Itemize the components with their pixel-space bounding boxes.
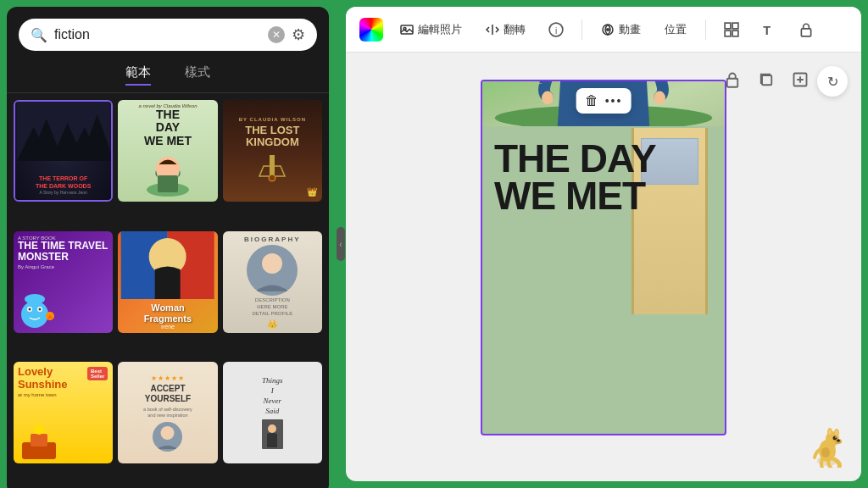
svg-point-28 xyxy=(268,424,276,433)
svg-point-14 xyxy=(29,308,31,310)
svg-point-15 xyxy=(39,308,42,310)
position-button[interactable]: 位置 xyxy=(658,18,693,42)
refresh-button[interactable]: ↻ xyxy=(817,66,848,97)
svg-text:T: T xyxy=(763,23,771,36)
text-icon-button[interactable]: T xyxy=(755,16,782,43)
grid-icon-button[interactable] xyxy=(718,16,745,43)
svg-rect-29 xyxy=(401,25,413,34)
panel-collapse-handle[interactable]: ‹ xyxy=(336,0,346,488)
template-things-never-said[interactable]: ThingsINeverSaid xyxy=(223,362,322,463)
right-panel: 編輯照片 翻轉 i 動畫 位置 xyxy=(346,7,861,481)
floating-toolbar: 🗑 ••• xyxy=(576,88,632,114)
template-tabs: 範本 樣式 xyxy=(7,59,329,93)
color-wheel-icon[interactable] xyxy=(359,18,383,42)
flip-button[interactable]: 翻轉 xyxy=(479,18,532,42)
svg-point-27 xyxy=(161,426,175,440)
svg-rect-8 xyxy=(158,175,178,192)
svg-rect-40 xyxy=(801,28,810,36)
stars-rating: ★★★★★ xyxy=(151,374,184,382)
svg-rect-37 xyxy=(725,30,731,36)
filter-icon[interactable]: ⚙ xyxy=(292,25,305,44)
template-lovely-sunshine[interactable]: BestSeller LovelySunshine at my home tow… xyxy=(14,362,113,463)
flip-label: 翻轉 xyxy=(504,22,526,37)
animate-label: 動畫 xyxy=(619,22,641,37)
animate-button[interactable]: 動畫 xyxy=(594,18,648,42)
tab-fanben[interactable]: 範本 xyxy=(125,64,151,86)
svg-point-34 xyxy=(606,28,609,31)
search-bar: 🔍 fiction ✕ ⚙ xyxy=(19,19,317,51)
book-title-text: THE DAY WE MET xyxy=(494,141,656,214)
svg-point-54 xyxy=(542,92,554,105)
svg-rect-24 xyxy=(31,434,47,446)
svg-point-55 xyxy=(654,92,665,105)
svg-point-61 xyxy=(829,430,832,435)
template-woman-fragments[interactable]: WomanFragments Irene xyxy=(118,231,217,333)
crown-badge: 👑 xyxy=(307,187,317,197)
left-panel: 🔍 fiction ✕ ⚙ 範本 樣式 xyxy=(7,7,329,488)
svg-rect-35 xyxy=(725,23,731,29)
svg-point-22 xyxy=(262,253,282,274)
lock-icon-button[interactable] xyxy=(793,16,820,43)
svg-point-25 xyxy=(34,425,44,435)
templates-grid: THE TERROR OFTHE DARK WOODS A Story by H… xyxy=(7,93,329,488)
svg-point-64 xyxy=(835,436,837,438)
search-icon: 🔍 xyxy=(31,27,47,43)
svg-rect-36 xyxy=(732,23,738,29)
duplicate-canvas-button[interactable] xyxy=(753,66,780,93)
template-time-travel[interactable]: A STORY BOOK THE TIME TRAVELMONSTER By A… xyxy=(14,231,113,333)
svg-text:i: i xyxy=(555,25,557,35)
svg-rect-41 xyxy=(727,79,738,87)
toolbar-divider-1 xyxy=(581,19,582,40)
svg-point-66 xyxy=(837,440,840,442)
template-lost-kingdom[interactable]: BY CLAUDIA WILSON THE LOSTKINGDOM 👑 xyxy=(223,100,322,202)
svg-rect-42 xyxy=(762,75,771,85)
search-input[interactable]: fiction xyxy=(54,27,261,42)
best-seller-badge: BestSeller xyxy=(87,367,108,380)
canvas-top-actions xyxy=(719,66,814,93)
toolbar-divider-2 xyxy=(705,19,706,40)
tab-yangshi[interactable]: 樣式 xyxy=(185,64,210,86)
edit-photo-button[interactable]: 編輯照片 xyxy=(393,18,469,42)
svg-point-67 xyxy=(821,447,830,458)
info-button[interactable]: i xyxy=(542,16,570,43)
toolbar: 編輯照片 翻轉 i 動畫 位置 xyxy=(346,7,861,53)
edit-photo-label: 編輯照片 xyxy=(418,22,462,37)
book-preview[interactable]: 🗑 ••• by Claudia Wilson THE DAY WE MET xyxy=(481,80,726,435)
more-options-button[interactable]: ••• xyxy=(605,94,623,108)
template-dark-woods[interactable]: THE TERROR OFTHE DARK WOODS A Story by H… xyxy=(14,100,113,202)
clear-search-button[interactable]: ✕ xyxy=(268,26,285,43)
svg-rect-38 xyxy=(732,30,738,36)
svg-point-11 xyxy=(21,301,48,328)
svg-point-62 xyxy=(836,430,838,435)
delete-element-button[interactable]: 🗑 xyxy=(585,93,598,108)
template-biography[interactable]: BIOGRAPHY DESCRIPTIONHERE MOREDETAIL PRO… xyxy=(223,231,322,333)
svg-point-10 xyxy=(269,175,275,181)
template-accept-yourself[interactable]: ★★★★★ ACCEPTYOURSELF a book of self-disc… xyxy=(118,362,217,463)
position-label: 位置 xyxy=(665,22,687,37)
svg-point-16 xyxy=(25,294,45,304)
canvas-area: ↻ 🗑 ••• by Claudia Wilson THE DAY WE ME xyxy=(346,53,861,481)
template-day-we-met[interactable]: a novel by Claudia Wilson THEDAYWE MET xyxy=(118,100,217,202)
mascot-kangaroo xyxy=(807,427,848,468)
add-canvas-button[interactable] xyxy=(787,66,814,93)
